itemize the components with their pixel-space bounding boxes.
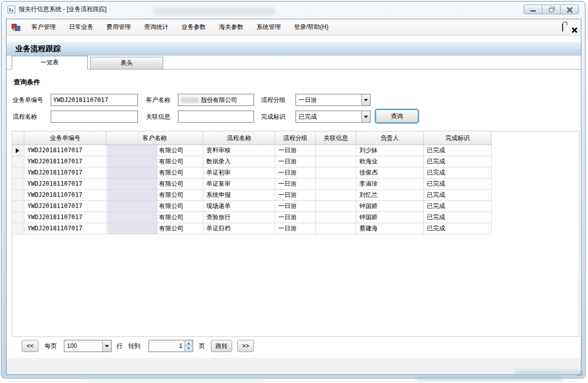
cell-owner: 钟国娇 bbox=[356, 201, 424, 212]
cell-owner: 徐俊杰 bbox=[356, 167, 424, 179]
complete-flag-select[interactable]: 已完成 bbox=[296, 111, 371, 123]
cell-flow-group: 一日游 bbox=[275, 190, 316, 201]
cell-status: 已完成 bbox=[424, 145, 492, 156]
close-button[interactable] bbox=[560, 5, 579, 14]
row-selector[interactable] bbox=[12, 223, 24, 234]
menu-item-fee-mgmt[interactable]: 费用管理 bbox=[100, 19, 137, 35]
redacted-text-blur bbox=[107, 167, 158, 178]
table-row[interactable]: YWDJ20181107017 有限公司 单证归档 一日游 蔡建海 已完成 bbox=[12, 223, 579, 234]
cell-status: 已完成 bbox=[424, 223, 492, 234]
col-related-info[interactable]: 关联信息 bbox=[316, 131, 356, 145]
selector-header bbox=[12, 131, 24, 145]
row-selector[interactable] bbox=[12, 145, 24, 156]
next-page-button[interactable]: >> bbox=[237, 340, 254, 352]
tab-overview[interactable]: 一览表 bbox=[12, 56, 88, 69]
flow-group-label: 流程分组 bbox=[261, 94, 285, 106]
menu-item-login-help[interactable]: 登录/帮助(H) bbox=[287, 19, 335, 35]
col-flow-group[interactable]: 流程分组 bbox=[275, 131, 316, 145]
restore-button[interactable] bbox=[542, 5, 561, 14]
row-selector[interactable] bbox=[12, 201, 24, 212]
cell-flow-name: 现场递单 bbox=[203, 201, 275, 212]
table-row[interactable]: YWDJ20181107017 有限公司 单证初审 一日游 徐俊杰 已完成 bbox=[12, 167, 579, 179]
menu-item-customer-mgmt[interactable]: 客户管理 bbox=[25, 19, 62, 35]
prev-page-button[interactable]: << bbox=[22, 340, 39, 352]
cell-customer: 有限公司 bbox=[106, 201, 203, 212]
customer-input[interactable]: 股份有限公司 bbox=[178, 94, 254, 106]
page-spinner[interactable] bbox=[185, 341, 192, 351]
mdi-child-icon[interactable] bbox=[12, 23, 20, 31]
row-selector[interactable] bbox=[12, 190, 24, 201]
jump-button[interactable]: 跳转 bbox=[211, 340, 232, 352]
row-selector[interactable] bbox=[12, 212, 24, 223]
page-number-input[interactable]: 1 bbox=[149, 340, 193, 352]
per-page-label: 每页 bbox=[45, 340, 57, 352]
flow-name-input[interactable] bbox=[51, 111, 138, 123]
table-row[interactable]: YWDJ20181107017 有限公司 现场递单 一日游 钟国娇 已完成 bbox=[12, 201, 579, 212]
cell-order-no: YWDJ20181107017 bbox=[24, 223, 106, 234]
menu-item-daily-business[interactable]: 日常业务 bbox=[62, 19, 100, 35]
client-area: 客户管理 日常业务 费用管理 查询统计 业务参数 海关参数 系统管理 登录/帮助… bbox=[6, 19, 581, 375]
menu-item-query-stats[interactable]: 查询统计 bbox=[137, 19, 175, 35]
row-selector[interactable] bbox=[12, 179, 24, 190]
order-no-input[interactable]: YWDJ20181107017 bbox=[51, 94, 138, 106]
related-info-input[interactable] bbox=[178, 111, 254, 123]
col-order-no[interactable]: 业务单编号 bbox=[24, 131, 106, 145]
dropdown-button[interactable] bbox=[361, 111, 370, 122]
query-conditions-title: 查询条件 bbox=[14, 78, 40, 87]
resize-grip-icon[interactable] bbox=[577, 371, 578, 372]
cell-flow-name: 资料审核 bbox=[203, 145, 275, 156]
cell-related-info bbox=[316, 212, 356, 223]
table-row[interactable]: YWDJ20181107017 有限公司 系统申报 一日游 刘忆兰 已完成 bbox=[12, 190, 579, 201]
cell-customer: 有限公司 bbox=[106, 167, 203, 179]
status-bar bbox=[7, 358, 581, 374]
menu-item-customs-params[interactable]: 海关参数 bbox=[212, 19, 250, 35]
minimize-icon bbox=[530, 10, 536, 12]
tab-header[interactable]: 表头 bbox=[90, 57, 163, 69]
title-bar[interactable]: 报关行信息系统 - [业务流程跟踪] bbox=[2, 2, 585, 18]
table-row[interactable]: YWDJ20181107017 有限公司 资料审核 一日游 刘少妹 已完成 bbox=[12, 145, 579, 156]
cell-order-no: YWDJ20181107017 bbox=[24, 212, 106, 223]
cell-owner: 刘少妹 bbox=[356, 145, 424, 156]
spin-up-button[interactable] bbox=[185, 341, 192, 346]
cell-owner: 李淑珍 bbox=[356, 179, 424, 190]
table-row[interactable]: YWDJ20181107017 有限公司 数据录入 一日游 欧海业 已完成 bbox=[12, 156, 579, 167]
cell-customer: 有限公司 bbox=[106, 179, 203, 190]
results-grid: 业务单编号 客户名称 流程名称 流程分组 关联信息 负责人 完成标识 YWDJ2… bbox=[12, 131, 579, 337]
cell-customer: 有限公司 bbox=[106, 190, 203, 201]
cell-owner: 刘忆兰 bbox=[356, 190, 424, 201]
cell-flow-name: 单证复审 bbox=[203, 179, 275, 190]
chevron-up-icon bbox=[187, 342, 190, 344]
search-button[interactable]: 查询 bbox=[376, 110, 418, 123]
table-row[interactable]: YWDJ20181107017 有限公司 查验放行 一日游 钟国娇 已完成 bbox=[12, 212, 579, 223]
cell-order-no: YWDJ20181107017 bbox=[24, 156, 106, 167]
flow-group-select[interactable]: 一日游 bbox=[296, 94, 371, 106]
minimize-button[interactable] bbox=[524, 5, 542, 14]
order-no-label: 业务单编号 bbox=[13, 94, 43, 106]
cell-status: 已完成 bbox=[424, 179, 492, 190]
menu-item-business-params[interactable]: 业务参数 bbox=[175, 19, 212, 35]
col-customer[interactable]: 客户名称 bbox=[106, 131, 203, 145]
mdi-restore-button[interactable] bbox=[562, 24, 563, 31]
row-selector[interactable] bbox=[12, 167, 24, 179]
spin-down-button[interactable] bbox=[185, 346, 192, 351]
redacted-text-blur bbox=[107, 223, 158, 234]
col-status[interactable]: 完成标识 bbox=[424, 131, 492, 145]
per-page-select[interactable]: 100 bbox=[64, 340, 112, 352]
cell-flow-name: 系统申报 bbox=[203, 190, 275, 201]
cell-order-no: YWDJ20181107017 bbox=[24, 201, 106, 212]
row-selector[interactable] bbox=[12, 156, 24, 167]
cell-customer: 有限公司 bbox=[106, 156, 203, 167]
complete-flag-label: 完成标识 bbox=[261, 111, 285, 123]
table-row[interactable]: YWDJ20181107017 有限公司 单证复审 一日游 李淑珍 已完成 bbox=[12, 179, 579, 190]
dropdown-button[interactable] bbox=[361, 94, 370, 106]
dropdown-button[interactable] bbox=[102, 340, 111, 352]
col-owner[interactable]: 负责人 bbox=[356, 131, 424, 145]
menu-item-system-mgmt[interactable]: 系统管理 bbox=[250, 19, 287, 35]
cell-order-no: YWDJ20181107017 bbox=[24, 167, 106, 179]
cell-flow-name: 查验放行 bbox=[203, 212, 275, 223]
cell-owner: 欧海业 bbox=[356, 156, 424, 167]
chevron-down-icon bbox=[187, 347, 190, 350]
flow-name-label: 流程名称 bbox=[13, 111, 37, 123]
col-flow-name[interactable]: 流程名称 bbox=[203, 131, 275, 145]
cell-flow-group: 一日游 bbox=[275, 201, 316, 212]
